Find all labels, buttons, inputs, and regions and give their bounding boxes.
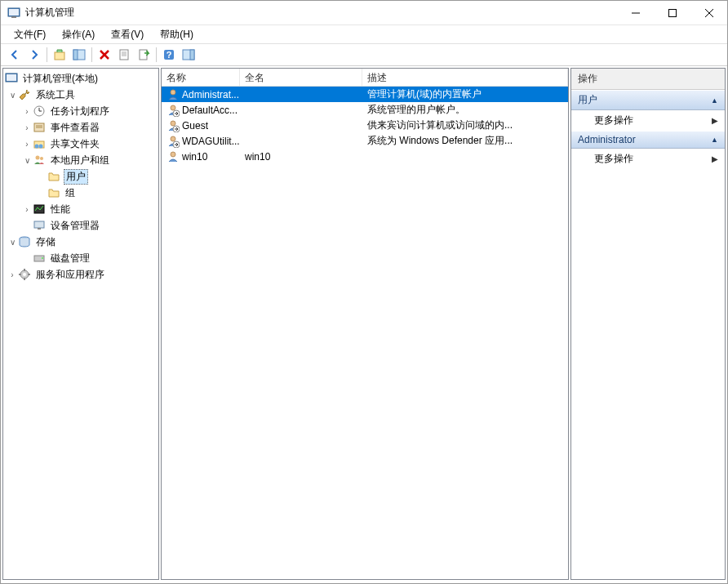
action-group-users[interactable]: 用户 ▲: [571, 90, 725, 110]
svg-rect-16: [140, 50, 147, 60]
svg-point-33: [40, 157, 43, 160]
expander-icon[interactable]: ›: [21, 122, 33, 133]
column-description[interactable]: 描述: [362, 69, 568, 86]
delete-button[interactable]: [95, 46, 113, 64]
tree-local-users-groups[interactable]: ∨ 本地用户和组: [3, 152, 158, 168]
minimize-button[interactable]: [617, 1, 654, 25]
svg-rect-43: [24, 278, 25, 280]
tree-label: 本地用户和组: [49, 154, 111, 167]
toolbar: ?: [1, 43, 727, 66]
separator: [91, 47, 92, 62]
expander-icon[interactable]: ›: [7, 269, 18, 280]
svg-rect-12: [120, 50, 128, 60]
column-name[interactable]: 名称: [162, 69, 240, 86]
close-button[interactable]: [690, 1, 727, 25]
list-pane[interactable]: 名称 全名 描述 Administrat...管理计算机(域)的内置帐户Defa…: [161, 68, 569, 580]
folder-icon: [47, 186, 60, 199]
user-row[interactable]: WDAGUtilit...系统为 Windows Defender 应用...: [162, 133, 568, 149]
shared-folder-icon: [33, 137, 46, 150]
tree-shared-folders[interactable]: › 共享文件夹: [3, 136, 158, 152]
user-icon: [166, 88, 180, 101]
tree-disk-management[interactable]: 磁盘管理: [3, 250, 158, 266]
user-name: WDAGUtilit...: [182, 136, 240, 147]
svg-rect-4: [668, 9, 676, 16]
menu-help[interactable]: 帮助(H): [153, 26, 200, 43]
svg-rect-20: [190, 50, 194, 60]
expander-icon[interactable]: ∨: [21, 154, 33, 166]
clock-icon: [33, 105, 46, 118]
user-row[interactable]: Guest供来宾访问计算机或访问域的内...: [162, 118, 568, 133]
tree-label: 磁盘管理: [49, 252, 91, 265]
svg-rect-42: [24, 269, 25, 271]
user-icon: [166, 135, 180, 148]
separator: [156, 47, 157, 62]
tree-services-apps[interactable]: › 服务和应用程序: [3, 266, 158, 283]
user-name: Guest: [182, 120, 208, 132]
svg-rect-1: [9, 9, 19, 16]
export-button[interactable]: [135, 46, 153, 64]
expander-icon[interactable]: ∨: [7, 236, 18, 247]
collapse-icon: ▲: [711, 96, 718, 105]
menu-view[interactable]: 查看(V): [104, 26, 150, 43]
user-row[interactable]: DefaultAcc...系统管理的用户帐户。: [162, 102, 568, 118]
user-description: 供来宾访问计算机或访问域的内...: [367, 118, 513, 132]
action-pane-header: 操作: [571, 69, 725, 90]
group-label: Administrator: [578, 134, 636, 145]
action-label: 更多操作: [594, 152, 633, 166]
action-pane-toggle-button[interactable]: [180, 46, 198, 64]
expander-icon[interactable]: ∨: [7, 89, 18, 100]
svg-rect-2: [11, 16, 16, 18]
tree-users[interactable]: 用户: [3, 168, 158, 185]
show-hide-tree-button[interactable]: [70, 46, 88, 64]
separator: [47, 47, 47, 62]
menu-action[interactable]: 操作(A): [55, 26, 101, 43]
tree-pane[interactable]: 计算机管理(本地) ∨ 系统工具 › 任务计划程序 › 事件查看器 › 共享文件…: [2, 68, 159, 580]
svg-point-39: [42, 257, 43, 259]
back-button[interactable]: [6, 46, 24, 64]
user-row[interactable]: Administrat...管理计算机(域)的内置帐户: [162, 87, 568, 102]
expander-icon[interactable]: ›: [21, 203, 33, 215]
content-area: 计算机管理(本地) ∨ 系统工具 › 任务计划程序 › 事件查看器 › 共享文件…: [1, 66, 727, 582]
action-more-1[interactable]: 更多操作 ▶: [571, 110, 725, 131]
tree-label: 设备管理器: [49, 219, 101, 233]
user-icon: [166, 150, 180, 163]
maximize-button[interactable]: [654, 1, 690, 25]
user-description: 管理计算机(域)的内置帐户: [367, 87, 482, 101]
user-icon: [166, 104, 180, 117]
tree-root[interactable]: 计算机管理(本地): [3, 70, 158, 87]
tree-system-tools[interactable]: ∨ 系统工具: [3, 87, 158, 103]
up-button[interactable]: [51, 46, 69, 64]
tree-event-viewer[interactable]: › 事件查看器: [3, 119, 158, 136]
properties-button[interactable]: [115, 46, 133, 64]
action-more-2[interactable]: 更多操作 ▶: [571, 149, 725, 169]
user-description: 系统为 Windows Defender 应用...: [367, 134, 513, 148]
tree-label: 用户: [64, 169, 88, 185]
menubar: 文件(F) 操作(A) 查看(V) 帮助(H): [1, 25, 727, 43]
expander-icon[interactable]: ›: [21, 138, 33, 149]
action-group-admin[interactable]: Administrator ▲: [571, 131, 725, 149]
user-name: DefaultAcc...: [182, 105, 237, 116]
tree-storage[interactable]: ∨ 存储: [3, 234, 158, 250]
disk-icon: [33, 252, 46, 265]
performance-icon: [33, 203, 46, 216]
column-fullname[interactable]: 全名: [240, 69, 362, 86]
app-icon: [7, 7, 20, 20]
tree-task-scheduler[interactable]: › 任务计划程序: [3, 103, 158, 119]
forward-button[interactable]: [25, 46, 43, 64]
help-button[interactable]: ?: [160, 46, 178, 64]
user-name: Administrat...: [182, 89, 239, 100]
user-icon: [166, 119, 180, 132]
tree-device-manager[interactable]: 设备管理器: [3, 217, 158, 234]
expander-icon[interactable]: ›: [21, 105, 33, 117]
tree-label: 计算机管理(本地): [21, 72, 100, 86]
menu-file[interactable]: 文件(F): [7, 26, 52, 43]
svg-point-31: [39, 145, 43, 149]
svg-point-46: [171, 90, 175, 95]
svg-rect-9: [73, 50, 78, 60]
action-label: 更多操作: [594, 114, 633, 127]
tree-groups[interactable]: 组: [3, 185, 158, 201]
svg-text:?: ?: [166, 50, 172, 60]
folder-icon: [47, 170, 60, 183]
tree-performance[interactable]: › 性能: [3, 201, 158, 217]
user-row[interactable]: win10win10: [162, 149, 568, 164]
